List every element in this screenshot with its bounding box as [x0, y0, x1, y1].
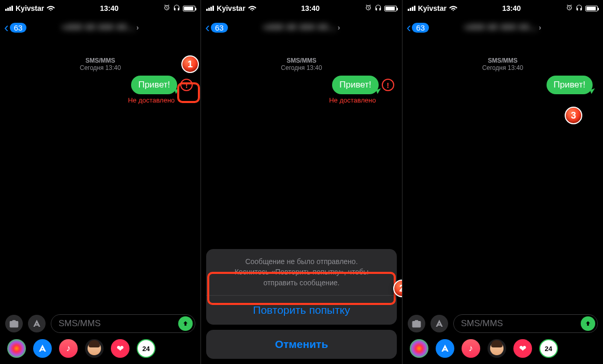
- message-bubble[interactable]: Привет!: [131, 76, 177, 94]
- conversation-title[interactable]: +### ## ### ##...›: [403, 23, 603, 32]
- back-button[interactable]: ‹ 63: [4, 21, 26, 34]
- clock: 13:40: [100, 4, 119, 12]
- wifi-icon: [47, 4, 55, 12]
- carrier-label: Kyivstar: [217, 4, 245, 12]
- carrier-label: Kyivstar: [16, 4, 44, 12]
- message-row: Привет! !: [201, 71, 401, 94]
- nav-bar: ‹ 63 +### ## ### ##...›: [201, 13, 401, 41]
- message-input[interactable]: SMS/MMS: [453, 314, 598, 333]
- error-icon[interactable]: !: [382, 79, 394, 91]
- nav-bar: ‹ 63 +### ## ### ##...›: [0, 13, 200, 41]
- signal-icon: [206, 6, 214, 11]
- status-bar: Kyivstar 13:40: [201, 0, 401, 13]
- action-sheet: Сообщение не было отправлено. Коснитесь …: [206, 249, 396, 359]
- retry-button[interactable]: Повторить попытку: [206, 295, 396, 325]
- headphones-icon: [576, 4, 583, 13]
- memoji-app-icon[interactable]: [85, 339, 104, 358]
- step-marker-1: 1: [181, 55, 199, 73]
- headphones-icon: [173, 4, 180, 13]
- clock: 13:40: [503, 4, 521, 12]
- not-delivered-label: Не доставлено: [0, 94, 200, 104]
- chevron-right-icon: ›: [338, 23, 340, 32]
- battery-icon: [384, 6, 397, 11]
- wifi-icon: [248, 4, 256, 12]
- input-placeholder: SMS/MMS: [461, 318, 503, 329]
- unread-badge: 63: [412, 23, 429, 33]
- signal-icon: [5, 6, 13, 11]
- alarm-icon: [365, 4, 372, 13]
- photos-app-icon[interactable]: [410, 339, 428, 358]
- games-app-icon[interactable]: 24: [137, 339, 155, 358]
- conversation-title[interactable]: +### ## ### ##...›: [0, 23, 200, 32]
- thread-label: SMS/MMS Сегодня 13:40: [201, 57, 401, 71]
- stickers-app-icon[interactable]: ❤: [111, 339, 130, 358]
- headphones-icon: [375, 4, 382, 13]
- back-button[interactable]: ‹ 63: [407, 21, 429, 34]
- message-bubble[interactable]: Привет!: [547, 76, 593, 94]
- battery-icon: [585, 6, 598, 11]
- stickers-app-icon[interactable]: ❤: [513, 339, 532, 358]
- music-app-icon[interactable]: ♪: [462, 339, 480, 358]
- back-button[interactable]: ‹ 63: [205, 21, 227, 34]
- conversation-title[interactable]: +### ## ### ##...›: [201, 23, 401, 32]
- app-store-button[interactable]: [28, 315, 46, 332]
- status-bar: Kyivstar 13:40: [403, 0, 603, 13]
- appstore-app-icon[interactable]: [436, 339, 454, 358]
- thread-label: SMS/MMS Сегодня 13:40: [0, 57, 200, 71]
- input-placeholder: SMS/MMS: [59, 318, 101, 329]
- appstore-app-icon[interactable]: [33, 339, 52, 358]
- sheet-message: Сообщение не было отправлено. Коснитесь …: [206, 256, 396, 295]
- battery-icon: [183, 6, 195, 11]
- app-drawer[interactable]: ♪ ❤ 24: [403, 338, 603, 359]
- status-bar: Kyivstar 13:40: [0, 0, 200, 13]
- games-app-icon[interactable]: 24: [539, 339, 558, 358]
- send-button[interactable]: [178, 316, 193, 331]
- screen-3: Kyivstar 13:40 ‹ 63 +### ## ### ##...› S…: [402, 0, 603, 364]
- step-marker-3: 3: [565, 107, 582, 124]
- camera-button[interactable]: [408, 315, 425, 332]
- screen-2: Kyivstar 13:40 ‹ 63 +### ## ### ##...› S…: [200, 0, 401, 364]
- app-store-button[interactable]: [430, 315, 448, 332]
- unread-badge: 63: [10, 23, 27, 33]
- composer-bar: SMS/MMS: [403, 312, 603, 336]
- message-input[interactable]: SMS/MMS: [51, 314, 195, 333]
- clock: 13:40: [301, 4, 320, 12]
- alarm-icon: [163, 4, 170, 13]
- camera-button[interactable]: [5, 315, 23, 332]
- message-row: Привет!: [403, 71, 603, 94]
- music-app-icon[interactable]: ♪: [59, 339, 78, 358]
- carrier-label: Kyivstar: [418, 4, 447, 12]
- thread-label: SMS/MMS Сегодня 13:40: [403, 57, 603, 71]
- chevron-right-icon: ›: [539, 23, 541, 32]
- chevron-left-icon: ‹: [4, 21, 9, 34]
- message-bubble[interactable]: Привет!: [332, 76, 378, 94]
- app-drawer[interactable]: ♪ ❤ 24: [0, 338, 200, 359]
- wifi-icon: [449, 4, 457, 12]
- unread-badge: 63: [211, 23, 228, 33]
- error-icon[interactable]: !: [180, 79, 193, 91]
- chevron-left-icon: ‹: [407, 21, 411, 34]
- chevron-right-icon: ›: [136, 23, 139, 32]
- signal-icon: [408, 6, 415, 11]
- memoji-app-icon[interactable]: [487, 339, 506, 358]
- alarm-icon: [566, 4, 573, 13]
- cancel-button[interactable]: Отменить: [206, 330, 396, 359]
- photos-app-icon[interactable]: [7, 339, 26, 358]
- chevron-left-icon: ‹: [205, 21, 210, 34]
- message-row: Привет! !: [0, 71, 200, 94]
- send-button[interactable]: [581, 316, 595, 331]
- not-delivered-label: Не доставлено: [201, 94, 401, 104]
- screen-1: Kyivstar 13:40 ‹ 63 +### ## ### ##...› S…: [0, 0, 200, 364]
- nav-bar: ‹ 63 +### ## ### ##...›: [403, 13, 603, 41]
- composer-bar: SMS/MMS: [0, 312, 200, 336]
